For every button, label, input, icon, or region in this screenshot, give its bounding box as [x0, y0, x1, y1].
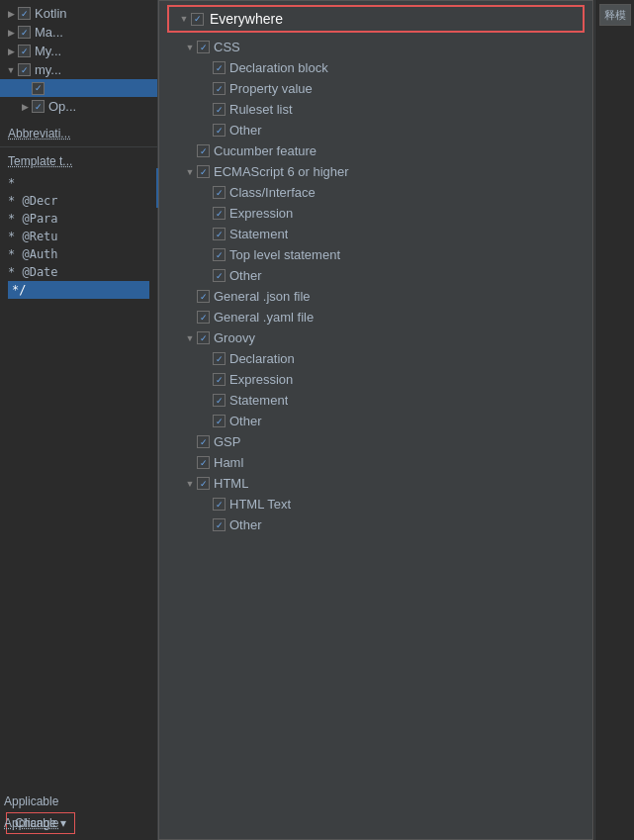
item-checkbox[interactable] [197, 290, 210, 303]
item-checkbox[interactable] [213, 373, 226, 386]
item-label: Op... [48, 99, 76, 114]
item-checkbox[interactable] [213, 415, 226, 427]
general-json-item[interactable]: General .json file [159, 286, 592, 307]
item-checkbox[interactable] [197, 144, 210, 157]
item-checkbox[interactable] [197, 41, 210, 53]
item-checkbox[interactable] [213, 394, 226, 407]
item-label: General .yaml file [214, 310, 314, 325]
item-checkbox[interactable] [32, 100, 45, 113]
item-label: Other [229, 414, 262, 428]
tree-item-my2[interactable]: my... [0, 60, 157, 79]
item-checkbox[interactable] [197, 456, 210, 469]
item-checkbox[interactable] [213, 498, 226, 511]
html-text-item[interactable]: HTML Text [159, 494, 592, 514]
item-checkbox[interactable] [18, 7, 31, 20]
tree-item-op[interactable]: Op... [0, 97, 157, 116]
item-checkbox[interactable] [213, 269, 226, 282]
html-item[interactable]: HTML [159, 473, 592, 494]
item-label: Cucumber feature [214, 143, 317, 158]
item-checkbox[interactable] [32, 82, 45, 95]
statement-item[interactable]: Statement [159, 224, 592, 244]
declaration-block-item[interactable]: Declaration block [159, 57, 592, 78]
expand-arrow [18, 100, 32, 114]
item-label: Kotlin [35, 6, 67, 21]
class-interface-item[interactable]: Class/Interface [159, 182, 592, 203]
item-label: GSP [214, 434, 240, 449]
item-checkbox[interactable] [213, 186, 226, 199]
item-label: HTML Text [229, 497, 291, 512]
haml-item[interactable]: Haml [159, 452, 592, 473]
tree-item-kotlin[interactable]: Kotlin [0, 4, 157, 23]
expand-arrow [177, 12, 191, 26]
abbreviation-label: Abbreviati... [8, 127, 70, 140]
tree-item-my1[interactable]: My... [0, 42, 157, 60]
expression-item[interactable]: Expression [159, 203, 592, 224]
css-item[interactable]: CSS [159, 37, 592, 57]
item-label: ECMAScript 6 or higher [214, 164, 349, 179]
item-label: Other [229, 268, 262, 283]
item-checkbox[interactable] [213, 103, 226, 116]
everywhere-checkbox[interactable] [191, 13, 204, 26]
item-checkbox[interactable] [197, 477, 210, 490]
top-level-statement-item[interactable]: Top level statement [159, 244, 592, 265]
gsp-item[interactable]: GSP [159, 431, 592, 452]
ecmascript-item[interactable]: ECMAScript 6 or higher [159, 161, 592, 182]
groovy-other-item[interactable]: Other [159, 411, 592, 431]
code-line: * @Retu [8, 228, 149, 245]
cucumber-item[interactable]: Cucumber feature [159, 140, 592, 161]
css-other-item[interactable]: Other [159, 120, 592, 140]
item-checkbox[interactable] [213, 124, 226, 137]
general-yaml-item[interactable]: General .yaml file [159, 307, 592, 327]
item-checkbox[interactable] [213, 61, 226, 74]
ecma-other-item[interactable]: Other [159, 265, 592, 286]
groovy-statement-item[interactable]: Statement [159, 390, 592, 411]
tree-section: Kotlin Ma... My... my... Op... [0, 0, 157, 120]
item-checkbox[interactable] [213, 228, 226, 240]
item-label: Expression [229, 372, 293, 387]
expand-arrow [183, 331, 197, 345]
groovy-item[interactable]: Groovy [159, 327, 592, 348]
item-label: HTML [214, 476, 248, 491]
dropdown-overlay[interactable]: Everywhere CSS Declaration block Propert… [158, 0, 593, 840]
item-checkbox[interactable] [213, 518, 226, 531]
item-label: Class/Interface [229, 185, 316, 200]
translate-button[interactable]: 释模 [599, 4, 631, 26]
item-checkbox[interactable] [197, 435, 210, 448]
code-line: * @Decr [8, 192, 149, 210]
groovy-expression-item[interactable]: Expression [159, 369, 592, 390]
item-checkbox[interactable] [213, 207, 226, 220]
item-checkbox[interactable] [18, 63, 31, 76]
item-checkbox[interactable] [213, 248, 226, 261]
item-checkbox[interactable] [197, 311, 210, 324]
item-checkbox[interactable] [18, 26, 31, 39]
item-label: Haml [214, 455, 243, 470]
expand-arrow [4, 26, 18, 40]
property-value-item[interactable]: Property value [159, 78, 592, 99]
expand-arrow [4, 45, 18, 58]
item-label: Ruleset list [229, 102, 293, 117]
item-checkbox[interactable] [213, 352, 226, 365]
item-label: My... [35, 44, 61, 58]
item-label: Top level statement [229, 247, 340, 262]
item-label: CSS [214, 40, 240, 54]
code-area: * * @Decr * @Para * @Retu * @Auth * @Dat… [0, 170, 157, 303]
tree-item-child-selected[interactable] [0, 79, 157, 97]
item-checkbox[interactable] [197, 331, 210, 344]
groovy-declaration-item[interactable]: Declaration [159, 348, 592, 369]
item-label: Expression [229, 206, 293, 221]
right-strip: 释模 [594, 0, 634, 840]
html-other-item[interactable]: Other [159, 514, 592, 535]
code-line: * @Date [8, 263, 149, 281]
item-checkbox[interactable] [197, 165, 210, 178]
item-checkbox[interactable] [18, 45, 31, 57]
expand-arrow [183, 41, 197, 54]
item-checkbox[interactable] [213, 82, 226, 95]
applicable-static-label: Applicable [4, 816, 58, 830]
everywhere-item[interactable]: Everywhere [167, 5, 585, 33]
item-label: my... [35, 62, 61, 77]
code-line: * [8, 174, 149, 192]
tree-item-maven[interactable]: Ma... [0, 23, 157, 42]
template-section: Template t... [0, 147, 157, 170]
ruleset-list-item[interactable]: Ruleset list [159, 99, 592, 120]
item-label: General .json file [214, 289, 311, 304]
